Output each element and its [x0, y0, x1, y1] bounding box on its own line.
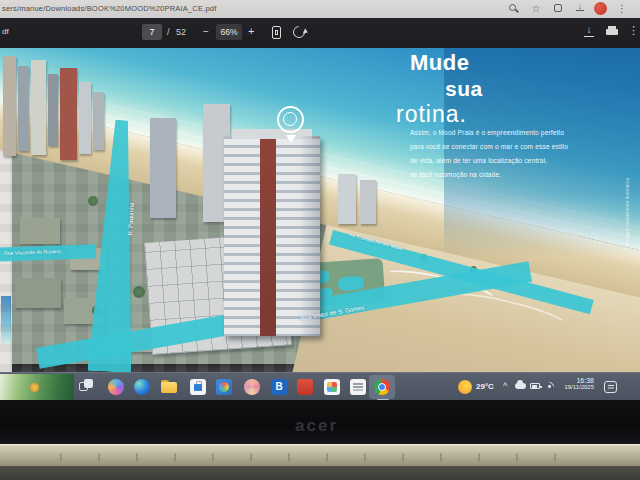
headline-line-2: sua	[445, 77, 483, 101]
pdf-download-icon[interactable]: ↓	[584, 25, 594, 37]
temperature-label[interactable]: 29°C	[476, 382, 494, 391]
building	[15, 278, 61, 308]
notes-app-icon[interactable]	[350, 379, 366, 395]
paint-icon[interactable]	[244, 379, 260, 395]
location-pin-tip	[286, 135, 296, 148]
copilot-icon[interactable]	[108, 379, 124, 395]
task-view-icon[interactable]	[78, 379, 94, 395]
pdf-viewport: R. Paquinha Rua Visconde do Rosário Rua …	[0, 48, 640, 372]
taskbar: B 29°C ^ 16:38 19/11/2025	[0, 372, 640, 400]
pdf-title-fragment: df	[2, 27, 9, 36]
pdf-menu-icon[interactable]: ⋮	[628, 24, 639, 37]
profile-avatar[interactable]	[594, 2, 607, 15]
zoom-level[interactable]: 66%	[216, 24, 242, 40]
laptop-brand-logo: acer	[295, 416, 338, 436]
building	[93, 92, 104, 150]
extensions-icon[interactable]	[552, 3, 564, 15]
body-text-line: de vida, além de ter uma localização cen…	[410, 157, 547, 164]
headline-line-1: Mude	[410, 50, 469, 76]
building	[150, 118, 176, 218]
building	[20, 218, 60, 244]
desk-surface	[0, 466, 640, 480]
edge-icon[interactable]	[134, 379, 150, 395]
fit-page-icon[interactable]	[272, 26, 281, 39]
photos-icon[interactable]	[216, 379, 232, 395]
rotate-icon[interactable]	[291, 24, 308, 41]
red-app-icon[interactable]	[297, 379, 313, 395]
zoom-in-button[interactable]: +	[248, 25, 254, 37]
building	[48, 74, 58, 146]
notification-icon[interactable]	[604, 381, 617, 393]
onedrive-icon[interactable]	[515, 383, 526, 389]
office-app-icon[interactable]	[324, 379, 340, 395]
battery-icon[interactable]	[530, 383, 540, 389]
zoom-out-button[interactable]: −	[203, 26, 209, 37]
store-icon[interactable]	[190, 379, 206, 395]
browser-menu-icon[interactable]: ⋮	[616, 3, 628, 15]
building	[31, 60, 46, 155]
browser-toolbar: sers/manue/Downloads/BOOK%20MOOD%20PRAIA…	[0, 0, 640, 18]
headline-line-3: rotina.	[396, 101, 467, 128]
building	[79, 82, 91, 154]
pdf-page: R. Paquinha Rua Visconde do Rosário Rua …	[0, 48, 578, 364]
browser-download-icon[interactable]: ↓	[574, 3, 586, 15]
building	[360, 180, 376, 224]
tree	[133, 286, 145, 298]
tree	[88, 196, 98, 206]
address-bar[interactable]: sers/manue/Downloads/BOOK%20MOOD%20PRAIA…	[2, 4, 422, 13]
hero-building	[224, 136, 320, 336]
body-text-line: de fácil locomoção na cidade.	[410, 171, 501, 178]
laptop-bezel: acer	[0, 400, 640, 444]
tray-chevron-icon[interactable]: ^	[503, 381, 507, 391]
body-text-line: para você se conectar com o mar e com es…	[410, 143, 568, 150]
building	[338, 174, 356, 224]
page-number-input[interactable]: 7	[142, 24, 162, 40]
body-text-line: Assim, o Mood Praia é o empreendimento p…	[410, 129, 564, 136]
building	[60, 68, 77, 160]
page-divider: /	[167, 27, 170, 37]
location-pin-icon	[277, 106, 304, 133]
pdf-toolbar: df 7 / 52 − 66% + ↓ ⋮	[0, 18, 640, 48]
file-explorer-icon[interactable]	[161, 379, 177, 395]
laptop-keyboard-deck	[0, 444, 640, 466]
laptop-screen: sers/manue/Downloads/BOOK%20MOOD%20PRAIA…	[0, 0, 640, 400]
widgets-button[interactable]	[0, 374, 74, 400]
bookmark-star-icon[interactable]: ☆	[530, 3, 542, 15]
time-label: 16:38	[552, 377, 594, 384]
building	[3, 56, 16, 156]
laptop-photo: sers/manue/Downloads/BOOK%20MOOD%20PRAIA…	[0, 0, 640, 480]
page-total: 52	[176, 27, 186, 37]
clock[interactable]: 16:38 19/11/2025	[552, 377, 594, 390]
date-label: 19/11/2025	[552, 384, 594, 390]
search-icon[interactable]	[508, 3, 520, 15]
weather-icon[interactable]	[458, 380, 472, 394]
chrome-icon[interactable]	[374, 379, 390, 395]
print-icon[interactable]	[606, 26, 618, 36]
building	[18, 66, 29, 151]
b-app-icon[interactable]: B	[271, 379, 287, 395]
